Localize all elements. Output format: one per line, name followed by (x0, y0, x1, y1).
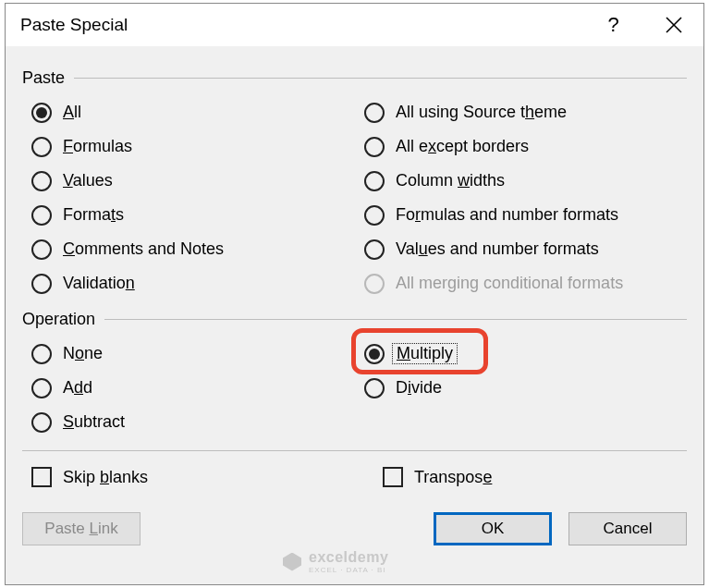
checkbox-label: Transpose (414, 468, 492, 487)
checkbox-icon (383, 467, 403, 487)
radio-values-and-number-formats[interactable]: Values and number formats (364, 232, 687, 266)
radio-all[interactable]: All (31, 95, 364, 129)
radio-label: Divide (396, 378, 442, 398)
watermark-text: exceldemy (309, 549, 388, 565)
radio-label: Comments and Notes (63, 239, 224, 259)
radio-icon (31, 412, 52, 433)
radio-label: All merging conditional formats (396, 274, 623, 293)
radio-label: All using Source theme (396, 103, 567, 122)
skip-blanks-checkbox[interactable]: Skip blanks (31, 459, 383, 496)
watermark-subtext: EXCEL · DATA · BI (309, 566, 388, 574)
radio-label: All (63, 103, 81, 122)
help-button[interactable]: ? (583, 4, 643, 46)
radio-multiply[interactable]: Multiply (364, 337, 687, 371)
radio-icon (31, 137, 52, 157)
group-header-operation: Operation (22, 310, 687, 329)
radio-icon (31, 171, 52, 191)
radio-label: Validation (63, 274, 135, 293)
radio-label: None (63, 344, 103, 363)
watermark: exceldemy EXCEL · DATA · BI (283, 549, 388, 574)
close-button[interactable] (643, 4, 703, 46)
divider (74, 78, 687, 79)
paste-options: AllFormulasValuesFormatsComments and Not… (22, 95, 687, 300)
titlebar: Paste Special ? (6, 4, 703, 46)
group-label-operation: Operation (22, 310, 104, 329)
radio-icon (364, 344, 385, 364)
radio-label: All except borders (396, 137, 529, 156)
transpose-checkbox[interactable]: Transpose (383, 459, 687, 496)
radio-subtract[interactable]: Subtract (31, 405, 364, 439)
radio-comments-and-notes[interactable]: Comments and Notes (31, 232, 364, 266)
radio-icon (364, 205, 385, 226)
radio-icon (364, 103, 385, 123)
watermark-icon (283, 553, 301, 571)
radio-all-using-source-theme[interactable]: All using Source theme (364, 95, 687, 129)
checkbox-icon (31, 467, 52, 487)
radio-label: Values (63, 171, 113, 190)
radio-label: Formulas and number formats (396, 205, 618, 225)
divider (22, 450, 687, 451)
radio-none[interactable]: None (31, 337, 364, 371)
radio-column-widths[interactable]: Column widths (364, 164, 687, 198)
radio-icon (31, 344, 52, 364)
close-icon (666, 17, 682, 33)
operation-options: NoneAddSubtract MultiplyDivide (22, 337, 687, 439)
radio-icon (364, 171, 385, 191)
radio-label: Multiply (396, 344, 458, 363)
extra-options: Skip blanks Transpose (22, 459, 687, 496)
radio-icon (31, 378, 52, 398)
button-row: Paste Link OK Cancel (6, 496, 703, 545)
radio-label: Column widths (396, 171, 505, 190)
radio-icon (31, 274, 52, 294)
radio-validation[interactable]: Validation (31, 266, 364, 300)
radio-icon (31, 239, 52, 260)
group-header-paste: Paste (22, 68, 687, 88)
radio-formats[interactable]: Formats (31, 198, 364, 232)
radio-divide[interactable]: Divide (364, 371, 687, 405)
radio-formulas-and-number-formats[interactable]: Formulas and number formats (364, 198, 687, 232)
radio-values[interactable]: Values (31, 164, 364, 198)
ok-button[interactable]: OK (434, 512, 552, 545)
radio-add[interactable]: Add (31, 371, 364, 405)
radio-all-merging-conditional-formats: All merging conditional formats (364, 266, 687, 300)
radio-icon (364, 378, 385, 398)
radio-label: Formulas (63, 137, 132, 156)
radio-icon (364, 239, 385, 260)
radio-icon (364, 274, 385, 294)
radio-all-except-borders[interactable]: All except borders (364, 129, 687, 164)
radio-label: Subtract (63, 412, 125, 432)
radio-label: Values and number formats (396, 239, 599, 259)
paste-link-button: Paste Link (22, 512, 141, 545)
group-label-paste: Paste (22, 68, 74, 88)
checkbox-label: Skip blanks (63, 468, 148, 487)
radio-label: Add (63, 378, 92, 398)
radio-icon (31, 205, 52, 226)
cancel-button[interactable]: Cancel (568, 512, 687, 545)
paste-special-dialog: Paste Special ? Paste AllFormulasValuesF… (5, 3, 704, 585)
radio-label: Formats (63, 205, 124, 225)
radio-icon (31, 103, 52, 123)
radio-formulas[interactable]: Formulas (31, 129, 364, 164)
radio-icon (364, 137, 385, 157)
divider (104, 319, 687, 320)
dialog-title: Paste Special (20, 15, 583, 35)
